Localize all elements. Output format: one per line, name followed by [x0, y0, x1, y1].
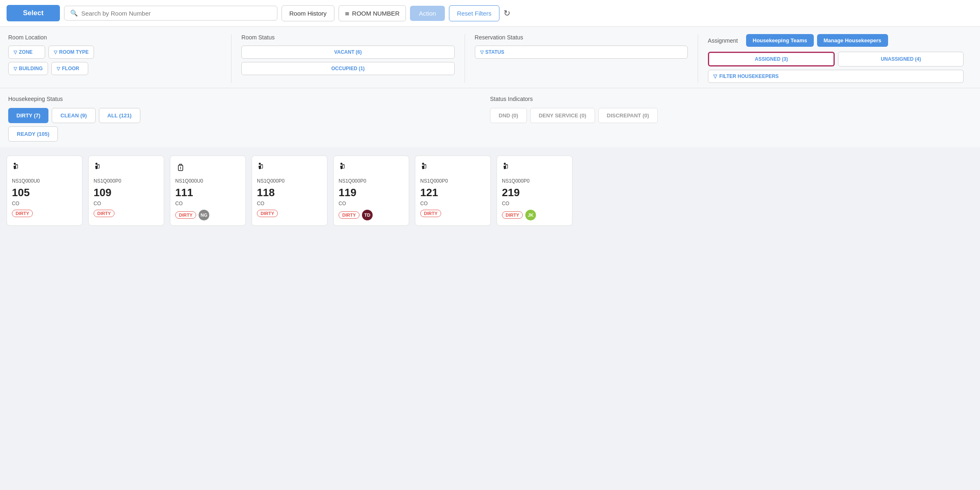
card-code: NS1Q000U0 [12, 178, 77, 184]
dirty-badge: DIRTY [12, 210, 33, 217]
card-status-icon [12, 162, 77, 175]
funnel-icon: ▽ [54, 50, 57, 55]
dirty-badge: DIRTY [175, 211, 196, 219]
card-number: 219 [502, 186, 567, 199]
manage-housekeepers-button[interactable]: Manage Housekeepers [817, 34, 888, 47]
avatar: JK [525, 210, 536, 220]
filter-housekeepers-button[interactable]: ▽ FILTER HOUSEKEEPERS [708, 70, 964, 83]
card-reservation-status: CO [175, 201, 240, 206]
action-button[interactable]: Action [410, 6, 445, 21]
top-bar: Select 🔍 Room History ≣ ROOM NUMBER Acti… [0, 0, 980, 27]
room-card[interactable]: NS1Q000P0 119 CO DIRTY TD [333, 156, 409, 226]
dirty-badge: DIRTY [339, 211, 359, 219]
card-code: NS1Q000P0 [94, 178, 159, 184]
refresh-button[interactable]: ↻ [504, 8, 511, 18]
select-button[interactable]: Select [7, 5, 60, 21]
dirty-badge: DIRTY [420, 210, 441, 217]
status-indicators-title: Status Indicators [490, 96, 972, 102]
ready-status-button[interactable]: READY (105) [8, 126, 58, 142]
zone-filter-button[interactable]: ▽ ZONE [8, 46, 45, 59]
all-status-button[interactable]: ALL (121) [99, 108, 140, 123]
room-status-title: Room Status [241, 34, 454, 41]
building-filter-button[interactable]: ▽ BUILDING [8, 62, 48, 75]
search-icon: 🔍 [70, 9, 78, 17]
room-card[interactable]: NS1Q000U0 105 CO DIRTY [7, 156, 82, 226]
occupied-filter-button[interactable]: OCCUPIED (1) [241, 62, 454, 75]
svg-point-6 [259, 163, 261, 165]
funnel-icon: ▽ [14, 50, 17, 55]
vacant-filter-button[interactable]: VACANT (6) [241, 46, 454, 59]
card-code: NS1Q000P0 [420, 178, 485, 184]
card-reservation-status: CO [94, 201, 159, 206]
reservation-status-section: Reservation Status ▽ STATUS [467, 34, 696, 59]
filter-area: Room Location ▽ ZONE ▽ ROOM TYPE ▽ BUIL [0, 27, 980, 88]
room-location-section: Room Location ▽ ZONE ▽ ROOM TYPE ▽ BUIL [8, 34, 229, 75]
assignment-section: Assignment Housekeeping Teams Manage Hou… [700, 34, 972, 83]
reset-filters-button[interactable]: Reset Filters [449, 5, 499, 21]
dirty-status-button[interactable]: DIRTY (7) [8, 108, 48, 123]
card-badges: DIRTY [420, 210, 485, 217]
card-badges: DIRTY JK [502, 210, 567, 220]
card-status-icon [502, 162, 567, 175]
room-number-button[interactable]: ≣ ROOM NUMBER [339, 5, 406, 21]
card-status-icon [175, 162, 240, 175]
status-area: Housekeeping Status DIRTY (7) CLEAN (9) … [0, 88, 980, 147]
room-status-section: Room Status VACANT (6) OCCUPIED (1) [233, 34, 463, 75]
room-type-filter-button[interactable]: ▽ ROOM TYPE [48, 46, 94, 59]
room-card[interactable]: NS1Q000P0 118 CO DIRTY [252, 156, 327, 226]
assigned-button[interactable]: ASSIGNED (3) [708, 52, 835, 66]
room-card[interactable]: NS1Q000P0 109 CO DIRTY [88, 156, 164, 226]
status-indicators-section: Status Indicators DND (0) DENY SERVICE (… [490, 96, 972, 142]
card-status-icon [339, 162, 404, 175]
avatar: TD [362, 210, 373, 220]
avatar: NG [199, 210, 209, 220]
card-number: 121 [420, 186, 485, 199]
card-reservation-status: CO [420, 201, 485, 206]
svg-point-10 [422, 163, 424, 165]
dirty-badge: DIRTY [94, 210, 114, 217]
card-code: NS1Q000P0 [502, 178, 567, 184]
funnel-icon: ▽ [14, 66, 17, 71]
card-number: 105 [12, 186, 77, 199]
funnel-icon: ▽ [57, 66, 60, 71]
svg-point-0 [14, 163, 16, 165]
cards-area: NS1Q000U0 105 CO DIRTY NS1Q000P0 109 CO … [0, 147, 980, 234]
card-reservation-status: CO [339, 201, 404, 206]
room-card[interactable]: NS1Q000P0 121 CO DIRTY [415, 156, 491, 226]
room-number-label: ROOM NUMBER [352, 10, 400, 17]
card-badges: DIRTY [257, 210, 322, 217]
card-code: NS1Q000U0 [175, 178, 240, 184]
housekeeping-status-title: Housekeeping Status [8, 96, 490, 102]
dirty-badge: DIRTY [257, 210, 278, 217]
clean-status-button[interactable]: CLEAN (9) [52, 108, 95, 123]
card-status-icon [420, 162, 485, 175]
room-location-title: Room Location [8, 34, 221, 41]
discrepant-button[interactable]: DISCREPANT (0) [598, 108, 658, 123]
room-card[interactable]: NS1Q000P0 219 CO DIRTY JK [497, 156, 572, 226]
card-code: NS1Q000P0 [257, 178, 322, 184]
reservation-status-title: Reservation Status [475, 34, 688, 41]
room-history-button[interactable]: Room History [282, 5, 334, 21]
assignment-title: Assignment [708, 37, 738, 44]
card-number: 119 [339, 186, 404, 199]
deny-service-button[interactable]: DENY SERVICE (0) [530, 108, 595, 123]
funnel-icon: ▽ [480, 50, 483, 55]
room-card[interactable]: NS1Q000U0 111 CO DIRTY NG [170, 156, 246, 226]
search-input[interactable] [81, 10, 271, 17]
card-badges: DIRTY [94, 210, 159, 217]
housekeeping-teams-button[interactable]: Housekeeping Teams [746, 34, 814, 47]
card-number: 109 [94, 186, 159, 199]
card-badges: DIRTY NG [175, 210, 240, 220]
search-box: 🔍 [64, 6, 277, 21]
card-reservation-status: CO [502, 201, 567, 206]
svg-point-2 [96, 163, 98, 165]
floor-filter-button[interactable]: ▽ FLOOR [51, 62, 88, 75]
unassigned-button[interactable]: UNASSIGNED (4) [838, 52, 964, 66]
status-filter-button[interactable]: ▽ STATUS [475, 46, 688, 59]
card-status-icon [257, 162, 322, 175]
card-code: NS1Q000P0 [339, 178, 404, 184]
card-status-icon [94, 162, 159, 175]
svg-point-8 [341, 163, 343, 165]
card-reservation-status: CO [257, 201, 322, 206]
dnd-button[interactable]: DND (0) [490, 108, 527, 123]
